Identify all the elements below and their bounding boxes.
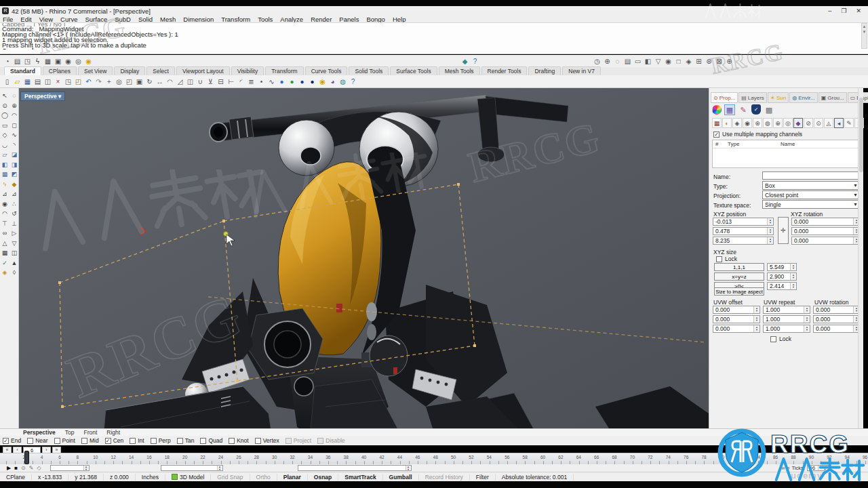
- sphere-dark-icon[interactable]: ●: [297, 77, 307, 87]
- command-scrollbar[interactable]: ▲▼: [861, 23, 867, 49]
- status-bar-item[interactable]: Grid Snap: [211, 474, 250, 481]
- shield-icon[interactable]: ✓: [751, 104, 761, 115]
- capture-icon[interactable]: ▤: [623, 56, 633, 66]
- viewport-tab[interactable]: Right: [106, 429, 120, 436]
- uvw-lock-checkbox[interactable]: Lock: [770, 336, 791, 342]
- toolbar-tab[interactable]: Drafting: [528, 66, 561, 75]
- toolbar-tab[interactable]: Surface Tools: [390, 66, 437, 75]
- status-bar-item[interactable]: CPlane: [0, 474, 32, 481]
- paste-icon[interactable]: ◰: [73, 77, 83, 87]
- use-multiple-channels-checkbox[interactable]: Use multiple mapping channels: [713, 131, 802, 138]
- spinner[interactable]: ▲▼: [753, 325, 760, 332]
- map-box-icon[interactable]: ◉: [743, 118, 752, 128]
- zoomplus-icon[interactable]: ⊕: [724, 56, 734, 66]
- spinner[interactable]: ▲▼: [767, 228, 773, 235]
- menu-item[interactable]: Curve: [60, 16, 77, 23]
- map-cylinder-icon[interactable]: ◍: [763, 118, 772, 128]
- spinner[interactable]: ▲▼: [790, 283, 796, 289]
- widget-align-button[interactable]: ✛: [778, 217, 789, 244]
- print-icon[interactable]: ▤: [33, 77, 43, 87]
- size-preset-button[interactable]: 1,1,1: [714, 263, 764, 271]
- target-icon[interactable]: ◉: [63, 56, 73, 66]
- spinner[interactable]: ▲▼: [790, 264, 796, 270]
- status-bar-item[interactable]: Planar: [277, 474, 308, 481]
- menu-item[interactable]: Panels: [339, 16, 359, 23]
- uvw-offset-input[interactable]: 0.000▲▼: [713, 325, 760, 333]
- point-icon[interactable]: ⊙: [1, 101, 9, 110]
- close-button[interactable]: ✕: [856, 7, 861, 14]
- sphere-green-icon[interactable]: ●: [287, 77, 297, 87]
- menu-item[interactable]: Render: [311, 16, 332, 23]
- render-colorwheel-icon[interactable]: ◉: [712, 105, 722, 115]
- osnap-checkbox[interactable]: Project: [285, 437, 311, 444]
- osnap-checkbox[interactable]: Vertex: [255, 437, 279, 444]
- map-duck-icon[interactable]: ◐: [722, 118, 732, 128]
- projection-dropdown[interactable]: Closest point▼: [762, 190, 860, 199]
- lamp-icon[interactable]: ◉: [83, 56, 94, 66]
- prev-frame-button[interactable]: ‹: [13, 447, 22, 453]
- xyz-size-lock-checkbox[interactable]: Lock: [716, 256, 737, 262]
- mesh-icon[interactable]: ⊿: [10, 190, 19, 199]
- fillet-icon[interactable]: ◜: [236, 77, 246, 87]
- redo-icon[interactable]: ↷: [94, 77, 104, 87]
- texture-space-dropdown[interactable]: Single▼: [762, 200, 860, 209]
- camera-icon[interactable]: ◇: [37, 465, 41, 471]
- first-frame-button[interactable]: «: [3, 447, 12, 453]
- rectangle-icon[interactable]: ▭: [1, 121, 9, 129]
- triangle-icon[interactable]: ⊿: [1, 190, 9, 199]
- clipboard-copy-icon[interactable]: ◫: [43, 77, 53, 87]
- region-icon[interactable]: □: [673, 56, 684, 66]
- status-bar-item[interactable]: Record History: [419, 474, 470, 481]
- undo2-icon[interactable]: ↺: [10, 209, 19, 218]
- map-uv-icon[interactable]: ◎: [783, 118, 793, 128]
- osnap-checkbox[interactable]: Cen: [105, 437, 124, 444]
- menu-item[interactable]: View: [39, 16, 53, 23]
- shade-icon[interactable]: ◧: [643, 56, 653, 66]
- spinner[interactable]: ▲▼: [406, 466, 411, 470]
- lasso-icon[interactable]: ◌: [10, 92, 19, 100]
- tri-up-icon[interactable]: △: [1, 239, 9, 247]
- status-bar-item[interactable]: Gumball: [383, 474, 419, 481]
- rotate-view-icon[interactable]: ↻: [144, 77, 155, 87]
- material-icon[interactable]: ◕: [328, 77, 338, 87]
- viewport-tab[interactable]: Top: [65, 429, 75, 436]
- sweep-icon[interactable]: ◧: [1, 160, 9, 169]
- toolbar-tab[interactable]: Mesh Tools: [439, 66, 480, 75]
- rotate-icon[interactable]: ◠: [165, 77, 175, 87]
- render-icon[interactable]: ◷: [592, 56, 602, 66]
- viewport-title-label[interactable]: Perspective ▾: [20, 92, 65, 101]
- zoom-window-icon[interactable]: ◰: [124, 77, 134, 87]
- menu-item[interactable]: Mesh: [160, 16, 176, 23]
- toolbar-tab[interactable]: Select: [146, 66, 175, 75]
- toolbar-tab[interactable]: Set View: [78, 66, 113, 75]
- display-icon[interactable]: ▭: [633, 56, 643, 66]
- timeline-playhead[interactable]: [24, 451, 29, 464]
- spinner[interactable]: ▲▼: [790, 273, 796, 280]
- toolbar-tab[interactable]: Transform: [265, 66, 303, 75]
- spinner[interactable]: ▲▼: [753, 306, 760, 313]
- boolean-icon[interactable]: ϟ: [1, 180, 9, 188]
- next-frame-button[interactable]: ›: [42, 447, 51, 453]
- circle-icon[interactable]: ◯: [1, 111, 9, 120]
- xyz-position-input[interactable]: 8.235 ▲▼: [713, 237, 774, 245]
- anim-value-input[interactable]: ▲▼: [298, 465, 412, 471]
- status-bar-item[interactable]: Osnap: [308, 474, 338, 481]
- plugin-icon[interactable]: ◆: [460, 56, 470, 66]
- play-button[interactable]: ▶: [7, 465, 11, 471]
- gem2-icon[interactable]: ◈: [1, 268, 9, 277]
- toolbar-tab[interactable]: CPlanes: [43, 66, 77, 75]
- panel-tab[interactable]: ▤Layers: [738, 92, 767, 103]
- tri2-icon[interactable]: ▲: [10, 258, 19, 267]
- uvw-rotation-input[interactable]: 0.000▲▼: [813, 315, 860, 323]
- panel-icon[interactable]: ▦: [1, 249, 9, 258]
- play-icon[interactable]: ▷: [10, 229, 19, 238]
- map-pen-icon[interactable]: ⊘: [804, 118, 813, 128]
- pan-icon[interactable]: ＋: [104, 77, 114, 87]
- zoom-icon[interactable]: ◎: [114, 77, 124, 87]
- join-icon[interactable]: ∪: [195, 77, 205, 87]
- spinner[interactable]: ▲▼: [217, 466, 222, 470]
- status-bar-item[interactable]: Absolute tolerance: 0.001: [496, 474, 574, 481]
- undo-icon[interactable]: ↶: [83, 77, 94, 87]
- mapping-widget-icon[interactable]: ▦: [724, 104, 735, 115]
- render-window-icon[interactable]: ⊕: [602, 56, 612, 66]
